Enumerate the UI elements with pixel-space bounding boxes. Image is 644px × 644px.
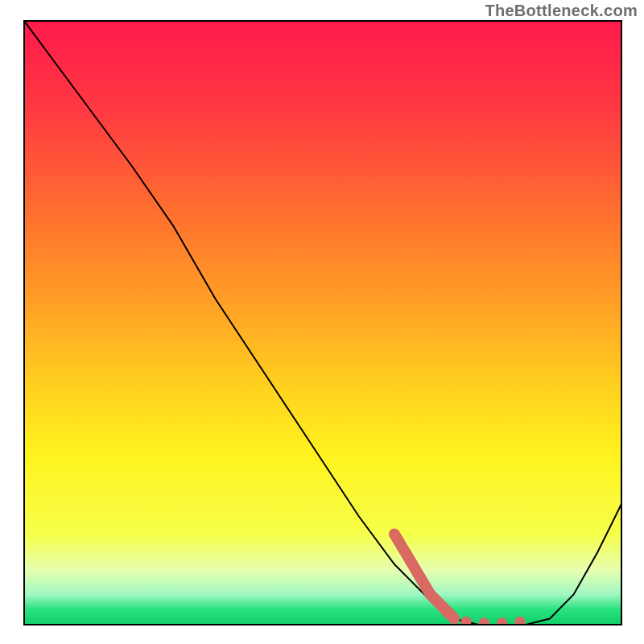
highlight-dot: [497, 617, 507, 628]
highlight-dot: [479, 617, 489, 628]
chart-container: TheBottleneck.com: [0, 0, 644, 644]
gradient-background: [24, 21, 621, 625]
watermark-text: TheBottleneck.com: [485, 2, 638, 20]
bottleneck-chart: [0, 0, 644, 644]
